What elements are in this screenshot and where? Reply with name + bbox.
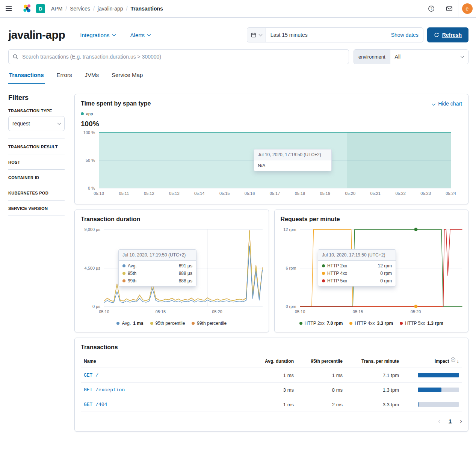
sort-desc-icon[interactable]: ↓ [457, 358, 459, 364]
date-range-value[interactable]: Last 15 minutes [266, 32, 391, 38]
filter-facet[interactable]: HOST [8, 154, 65, 170]
tooltip-label: 99th [128, 278, 136, 284]
search-box [8, 49, 349, 64]
x-axis-label: 05:18 [295, 191, 305, 196]
series-dot-icon [322, 272, 325, 275]
x-axis-label: 05:12 [144, 191, 154, 196]
column-header-95th[interactable]: 95th percentile [297, 355, 346, 368]
impact-info-icon[interactable]: ? [451, 357, 455, 362]
tooltip-row: HTTP 2xx12 rpm [318, 262, 396, 270]
newsfeed-button[interactable] [440, 0, 458, 17]
x-axis-label: 05:10 [295, 309, 305, 314]
show-dates-link[interactable]: Show dates [391, 32, 423, 38]
x-axis-label: 05:15 [219, 191, 230, 196]
x-axis-label: 05:15 [156, 309, 166, 314]
name-cell: GET /404 [81, 397, 254, 412]
impact-bar-fill [418, 388, 441, 392]
global-header: D APM/Services/javalin-app/Transactions … [0, 0, 476, 18]
help-button[interactable]: ? [422, 0, 440, 17]
x-axis-label: 05:10 [99, 309, 109, 314]
filter-facet[interactable]: CONTAINER ID [8, 170, 65, 185]
environment-filter: environment All [354, 49, 468, 64]
page-number[interactable]: 1 [449, 418, 452, 424]
integrations-menu[interactable]: Integrations [80, 32, 115, 38]
tooltip-header: Jul 10, 2020, 17:19:50 (UTC+2) [318, 250, 396, 261]
filter-facet[interactable]: KUBERNETES POD [8, 185, 65, 201]
page-header: javalin-app Integrations Alerts Last 15 … [8, 27, 468, 42]
time-spent-title: Time spent by span type [81, 100, 151, 107]
user-menu[interactable]: e [458, 0, 476, 17]
environment-select[interactable]: All [390, 50, 468, 64]
tab-jvms[interactable]: JVMs [84, 72, 100, 84]
legend-item[interactable]: 95th percentile [150, 321, 185, 326]
y-axis-label: 9,000 µs [85, 227, 100, 232]
tab-errors[interactable]: Errors [56, 72, 73, 84]
y-axis-label: 0 % [88, 186, 95, 190]
search-input[interactable] [21, 53, 345, 60]
chart-tooltip: Jul 10, 2020, 17:19:50 (UTC+2)N/A [254, 149, 332, 171]
tooltip-row: 99th888 µs [119, 277, 196, 285]
legend-item[interactable]: HTTP 4xx3.3 rpm [349, 321, 393, 326]
chart-marker [414, 305, 417, 308]
prev-page-icon[interactable]: ‹ [438, 417, 440, 425]
tooltip-header: Jul 10, 2020, 17:19:50 (UTC+2) [119, 250, 196, 261]
x-axis-label: 05:17 [270, 191, 280, 196]
x-axis-label: 05:20 [212, 309, 222, 314]
tooltip-label: Avg. [128, 263, 137, 268]
legend-label: HTTP 2xx [305, 321, 325, 326]
table-row: GET /1 ms1 ms7.1 tpm [81, 368, 462, 383]
name-cell: GET / [81, 368, 254, 382]
page-title: javalin-app [8, 29, 65, 41]
tab-transactions[interactable]: Transactions [8, 72, 45, 84]
tooltip-label: HTTP 5xx [327, 278, 347, 284]
legend-label: 95th percentile [156, 321, 185, 326]
legend-item[interactable]: app [81, 112, 93, 116]
y-axis-label: 12 rpm [283, 227, 296, 232]
series-dot-icon [322, 279, 325, 282]
charts-row: Transaction duration 9,000 µs4,500 µs0 µ… [74, 210, 468, 332]
alerts-menu[interactable]: Alerts [130, 32, 150, 38]
calendar-icon [251, 32, 256, 38]
legend-item[interactable]: 99th percentile [192, 321, 227, 326]
legend-item[interactable]: HTTP 5xx1.3 rpm [400, 321, 443, 326]
y-axis-label: 4,500 µs [85, 266, 100, 270]
breadcrumb-item[interactable]: APM [51, 6, 62, 12]
alerts-label: Alerts [130, 32, 145, 38]
column-header-avg-duration[interactable]: Avg. duration [254, 355, 297, 368]
menu-button[interactable] [0, 0, 17, 17]
transaction-link[interactable]: GET / [84, 373, 98, 378]
space-badge[interactable]: D [36, 4, 45, 13]
chart-tooltip: Jul 10, 2020, 17:19:50 (UTC+2)Avg.691 µs… [118, 249, 196, 287]
column-header-name[interactable]: Name [81, 355, 254, 368]
breadcrumb-separator: / [93, 6, 95, 12]
chevron-down-icon [147, 32, 151, 36]
transaction-type-label: TRANSACTION TYPE [8, 109, 65, 113]
hide-chart-link[interactable]: Hide chart [432, 101, 462, 107]
legend-item[interactable]: HTTP 2xx7.0 rpm [299, 321, 343, 326]
transaction-link[interactable]: GET /exception [84, 387, 125, 393]
tooltip-value: 0 rpm [380, 278, 392, 284]
legend-dot-icon [192, 322, 195, 325]
chevron-down-icon [258, 32, 262, 36]
transaction-link[interactable]: GET /404 [84, 402, 107, 407]
transactions-card: Transactions Name Avg. duration 95th per… [74, 338, 468, 431]
transaction-type-select[interactable]: request [8, 116, 65, 131]
name-cell: GET /exception [81, 383, 254, 397]
filter-facet[interactable]: SERVICE VERSION [8, 201, 65, 216]
column-header-tpm[interactable]: Trans. per minute [346, 355, 402, 368]
table-row: GET /exception3 ms8 ms1.3 tpm [81, 383, 462, 397]
transactions-table: Name Avg. duration 95th percentile Trans… [81, 354, 462, 412]
tab-service-map[interactable]: Service Map [111, 72, 144, 84]
column-header-impact[interactable]: Impact ? ↓ [402, 354, 462, 368]
elastic-logo[interactable] [23, 4, 32, 14]
x-axis-label: 05:20 [345, 191, 356, 196]
filter-facet[interactable]: TRANSACTION RESULT [8, 139, 65, 154]
next-page-icon[interactable]: › [460, 417, 462, 425]
x-axis-label: 05:22 [395, 191, 406, 196]
breadcrumb-item[interactable]: Services [70, 6, 90, 12]
table-cell: 1 ms [254, 398, 297, 412]
date-quick-select-button[interactable] [247, 28, 266, 42]
refresh-button[interactable]: Refresh [427, 27, 468, 42]
breadcrumb-item[interactable]: javalin-app [98, 6, 123, 12]
legend-item[interactable]: Avg.1 ms [116, 321, 143, 326]
